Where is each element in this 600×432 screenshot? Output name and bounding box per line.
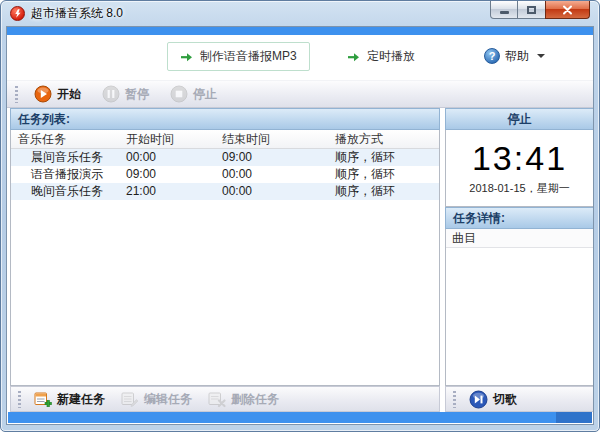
status-panel: 停止 13:41 2018-01-15，星期一 任务详情: 曲目 — [445, 108, 594, 386]
clock-date: 2018-01-15，星期一 — [469, 181, 569, 196]
task-actions-toolbar: 新建任务 编辑任务 — [10, 386, 440, 412]
play-circle-icon — [34, 85, 52, 103]
skip-toolbar: 切歌 — [445, 386, 594, 412]
skip-song-button[interactable]: 切歌 — [463, 389, 523, 410]
task-list-panel: 任务列表: 音乐任务 开始时间 结束时间 播放方式 晨间音乐任务 00:00 0… — [10, 108, 440, 386]
toolbar-gripper[interactable] — [453, 391, 456, 408]
cell-play-mode: 顺序，循环 — [328, 166, 439, 183]
timed-play-label: 定时播放 — [367, 48, 415, 65]
accent-strip-top — [7, 27, 593, 35]
task-details-header: 任务详情: — [445, 207, 594, 229]
resize-grip[interactable] — [556, 412, 592, 423]
track-list[interactable]: 曲目 — [445, 229, 594, 386]
cell-start-time: 09:00 — [119, 166, 215, 183]
make-mp3-label: 制作语音播报MP3 — [200, 48, 297, 65]
edit-task-button: 编辑任务 — [115, 389, 198, 410]
edit-task-label: 编辑任务 — [144, 391, 192, 408]
toolbar-gripper[interactable] — [15, 86, 18, 103]
make-mp3-button[interactable]: 制作语音播报MP3 — [167, 42, 310, 71]
edit-task-icon — [121, 391, 139, 408]
cell-end-time: 09:00 — [215, 149, 328, 166]
delete-task-icon — [208, 391, 226, 408]
bottom-toolbar-row: 新建任务 编辑任务 — [7, 386, 593, 412]
minimize-button[interactable] — [490, 1, 518, 19]
start-button[interactable]: 开始 — [26, 83, 89, 106]
top-band: 制作语音播报MP3 定时播放 ? 帮助 — [7, 35, 593, 80]
cell-play-mode: 顺序，循环 — [328, 183, 439, 200]
col-start-time[interactable]: 开始时间 — [119, 130, 215, 148]
cell-play-mode: 顺序，循环 — [328, 149, 439, 166]
playback-status-header: 停止 — [445, 108, 594, 130]
delete-task-label: 删除任务 — [231, 391, 279, 408]
cell-task-name: 语音播报演示 — [11, 166, 119, 183]
timed-play-button[interactable]: 定时播放 — [335, 42, 427, 71]
toolbar-gripper[interactable] — [18, 391, 21, 408]
clock-box: 13:41 2018-01-15，星期一 — [445, 130, 594, 207]
col-end-time[interactable]: 结束时间 — [215, 130, 328, 148]
main-area: 任务列表: 音乐任务 开始时间 结束时间 播放方式 晨间音乐任务 00:00 0… — [7, 108, 593, 386]
minimize-icon — [500, 11, 509, 14]
pause-circle-icon — [102, 85, 120, 103]
cell-end-time: 00:00 — [215, 166, 328, 183]
cell-task-name: 晚间音乐任务 — [11, 183, 119, 200]
close-button[interactable] — [545, 1, 590, 19]
table-row[interactable]: 晨间音乐任务 00:00 09:00 顺序，循环 — [11, 149, 439, 166]
transport-toolbar: 开始 暂停 停止 — [7, 80, 593, 108]
skip-next-icon — [469, 390, 488, 409]
track-column-header[interactable]: 曲目 — [446, 229, 593, 248]
col-music-task[interactable]: 音乐任务 — [11, 130, 119, 148]
green-arrow-icon — [347, 51, 360, 63]
status-strip — [8, 412, 592, 423]
table-row[interactable]: 晚间音乐任务 21:00 00:00 顺序，循环 — [11, 183, 439, 200]
table-row[interactable]: 语音播报演示 09:00 00:00 顺序，循环 — [11, 166, 439, 183]
maximize-icon — [527, 6, 536, 14]
task-table[interactable]: 音乐任务 开始时间 结束时间 播放方式 晨间音乐任务 00:00 09:00 顺… — [10, 130, 440, 386]
cell-start-time: 21:00 — [119, 183, 215, 200]
cell-end-time: 00:00 — [215, 183, 328, 200]
new-task-label: 新建任务 — [57, 391, 105, 408]
skip-song-label: 切歌 — [493, 391, 517, 408]
cell-start-time: 00:00 — [119, 149, 215, 166]
window-title: 超市播音系统 8.0 — [31, 5, 123, 22]
close-icon — [562, 5, 573, 15]
start-label: 开始 — [57, 86, 81, 103]
help-icon: ? — [484, 48, 500, 64]
clock-time: 13:41 — [472, 139, 567, 178]
green-arrow-icon — [180, 51, 193, 63]
pause-button: 暂停 — [94, 83, 157, 106]
window-controls — [490, 1, 590, 19]
help-label: 帮助 — [505, 48, 529, 65]
pause-label: 暂停 — [125, 86, 149, 103]
chevron-down-icon — [537, 54, 545, 58]
col-play-mode[interactable]: 播放方式 — [328, 130, 439, 148]
task-list-header: 任务列表: — [10, 108, 440, 130]
stop-circle-icon — [170, 85, 188, 103]
maximize-button[interactable] — [518, 1, 545, 19]
client-area: 制作语音播报MP3 定时播放 ? 帮助 — [6, 26, 594, 425]
cell-task-name: 晨间音乐任务 — [11, 149, 119, 166]
delete-task-button: 删除任务 — [202, 389, 285, 410]
stop-label: 停止 — [193, 86, 217, 103]
task-table-header-row: 音乐任务 开始时间 结束时间 播放方式 — [11, 130, 439, 149]
help-button[interactable]: ? 帮助 — [484, 45, 545, 67]
new-task-icon — [34, 391, 52, 408]
app-window: 超市播音系统 8.0 制作语音播报MP3 定时播放 — [0, 0, 600, 432]
stop-button: 停止 — [162, 83, 225, 106]
app-icon — [10, 6, 25, 21]
new-task-button[interactable]: 新建任务 — [28, 389, 111, 410]
